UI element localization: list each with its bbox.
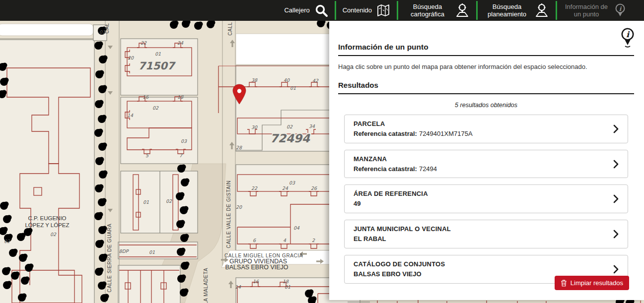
map-pin-search-icon bbox=[534, 3, 549, 18]
svg-text:CALLE VALLE DE GISTAIN: CALLE VALLE DE GISTAIN bbox=[226, 181, 231, 248]
city-block bbox=[121, 97, 198, 164]
svg-text:40: 40 bbox=[284, 77, 290, 83]
nav-item-contenido[interactable]: Contenido bbox=[336, 0, 397, 21]
chevron-right-icon bbox=[613, 124, 619, 133]
panel-instruction: Haga clic sobre un punto del mapa para o… bbox=[338, 63, 634, 70]
folded-map-icon bbox=[376, 4, 390, 17]
svg-text:16: 16 bbox=[143, 94, 149, 100]
results-heading: Resultados bbox=[338, 81, 634, 94]
svg-text:LA MALADETA: LA MALADETA bbox=[203, 268, 209, 303]
svg-text:CAL: CAL bbox=[104, 23, 110, 33]
top-navbar: Callejero Contenido Búsqueda cartográfic… bbox=[0, 0, 644, 21]
svg-text:24: 24 bbox=[282, 185, 288, 191]
svg-text:01: 01 bbox=[149, 249, 155, 255]
svg-text:18: 18 bbox=[177, 94, 184, 100]
info-pin-icon: i bbox=[614, 3, 627, 18]
svg-text:71507: 71507 bbox=[138, 60, 175, 72]
svg-text:5: 5 bbox=[145, 153, 149, 158]
result-title: JUNTA MUNICIPAL O VECINAL bbox=[354, 225, 451, 234]
svg-text:02: 02 bbox=[152, 105, 159, 111]
nav-item-busqueda-planeamiento[interactable]: Búsqueda planeamiento bbox=[478, 0, 556, 21]
svg-text:38: 38 bbox=[251, 77, 258, 83]
svg-text:20: 20 bbox=[236, 204, 242, 210]
result-title: CATÁLOGO DE CONJUNTOS bbox=[354, 260, 445, 269]
result-card-parcela[interactable]: PARCELA Referencia catastral:7249401XM71… bbox=[344, 115, 628, 143]
result-subtitle: 49 bbox=[354, 200, 428, 208]
svg-text:03: 03 bbox=[289, 180, 295, 185]
result-card-manzana[interactable]: MANZANA Referencia catastral:72494 bbox=[344, 150, 628, 179]
result-title: PARCELA bbox=[354, 120, 473, 129]
nav-item-busqueda-cartografica[interactable]: Búsqueda cartográfica bbox=[398, 0, 476, 21]
svg-text:4: 4 bbox=[283, 238, 286, 243]
svg-text:28: 28 bbox=[236, 145, 242, 150]
result-subtitle: BALSAS EBRO VIEJO bbox=[354, 270, 445, 279]
result-card-junta-municipal[interactable]: JUNTA MUNICIPAL O VECINAL EL RABAL bbox=[344, 220, 628, 248]
city-block bbox=[118, 265, 180, 303]
clear-results-label: Limpiar resultados bbox=[571, 279, 623, 287]
svg-text:34: 34 bbox=[309, 123, 315, 129]
svg-text:C.P. EUGENIO: C.P. EUGENIO bbox=[28, 215, 66, 221]
svg-text:02: 02 bbox=[166, 198, 172, 204]
svg-text:18: 18 bbox=[283, 279, 289, 284]
city-block bbox=[0, 40, 94, 303]
svg-text:01: 01 bbox=[155, 51, 161, 57]
info-point-panel: i Información de un punto Haga clic sobr… bbox=[329, 21, 644, 300]
nav-label: Búsqueda planeamiento bbox=[484, 3, 530, 18]
svg-text:2: 2 bbox=[312, 238, 315, 243]
city-block-8dp bbox=[118, 242, 198, 259]
svg-text:42: 42 bbox=[312, 78, 319, 83]
trash-icon bbox=[561, 280, 567, 287]
svg-text:i: i bbox=[619, 5, 622, 12]
street-white-top bbox=[0, 24, 93, 36]
nav-item-informacion-punto[interactable]: Información de un punto i bbox=[557, 0, 633, 21]
svg-text:LÓPEZ Y LÓPEZ: LÓPEZ Y LÓPEZ bbox=[25, 222, 69, 228]
result-title: ÁREA DE REFERENCIA bbox=[354, 189, 428, 199]
svg-text:02: 02 bbox=[286, 124, 293, 129]
svg-text:20: 20 bbox=[128, 55, 134, 61]
svg-text:01: 01 bbox=[143, 199, 149, 205]
chevron-right-icon bbox=[613, 265, 619, 274]
svg-text:01: 01 bbox=[290, 85, 296, 91]
svg-text:04: 04 bbox=[293, 225, 300, 231]
svg-text:14: 14 bbox=[127, 113, 134, 118]
chevron-right-icon bbox=[613, 194, 619, 203]
svg-text:26: 26 bbox=[311, 185, 317, 191]
svg-text:CALLE SIERRA DE GUARA: CALLE SIERRA DE GUARA bbox=[107, 224, 112, 293]
chevron-right-icon bbox=[613, 230, 619, 239]
map-pin-search-icon bbox=[455, 3, 470, 18]
svg-text:6: 6 bbox=[253, 238, 256, 243]
svg-text:01: 01 bbox=[285, 284, 290, 290]
result-subtitle: EL RABAL bbox=[354, 235, 451, 243]
clear-results-button[interactable]: Limpiar resultados bbox=[555, 276, 629, 290]
svg-text:30: 30 bbox=[251, 124, 258, 130]
svg-text:02: 02 bbox=[4, 239, 10, 244]
svg-text:BALSAS EBRO VIEJO: BALSAS EBRO VIEJO bbox=[225, 264, 288, 271]
chevron-right-icon bbox=[613, 160, 619, 169]
result-subtitle: Referencia catastral:7249401XM7175A bbox=[354, 130, 473, 138]
results-list: PARCELA Referencia catastral:7249401XM71… bbox=[344, 115, 628, 284]
gis-viewer: 01 CAL 22 24 01 20 71507 16 18 02 14 03 … bbox=[0, 0, 644, 303]
panel-title: Información de un punto bbox=[338, 21, 634, 56]
svg-text:8DP: 8DP bbox=[119, 248, 129, 254]
info-pin-icon: i bbox=[620, 27, 636, 48]
nav-label: Información de un punto bbox=[564, 3, 609, 18]
result-value: BALSAS EBRO VIEJO bbox=[354, 270, 422, 278]
svg-text:22: 22 bbox=[141, 40, 147, 46]
result-value: 49 bbox=[354, 200, 360, 207]
svg-text:7: 7 bbox=[179, 153, 183, 158]
svg-text:14: 14 bbox=[235, 284, 241, 290]
result-label: Referencia catastral: bbox=[354, 165, 417, 173]
svg-text:24: 24 bbox=[177, 40, 184, 46]
svg-text:03: 03 bbox=[181, 138, 187, 144]
svg-text:72494: 72494 bbox=[270, 132, 310, 145]
svg-text:CALL: CALL bbox=[227, 22, 233, 35]
svg-text:16: 16 bbox=[253, 279, 259, 284]
svg-text:02: 02 bbox=[50, 232, 57, 237]
result-card-area-referencia[interactable]: ÁREA DE REFERENCIA 49 bbox=[344, 184, 628, 213]
magnifier-icon bbox=[314, 3, 328, 17]
nav-item-callejero[interactable]: Callejero bbox=[278, 0, 334, 21]
nav-label: Contenido bbox=[343, 6, 372, 14]
nav-label: Callejero bbox=[284, 6, 309, 14]
result-value: EL RABAL bbox=[354, 235, 386, 242]
result-label: Referencia catastral: bbox=[354, 130, 417, 137]
